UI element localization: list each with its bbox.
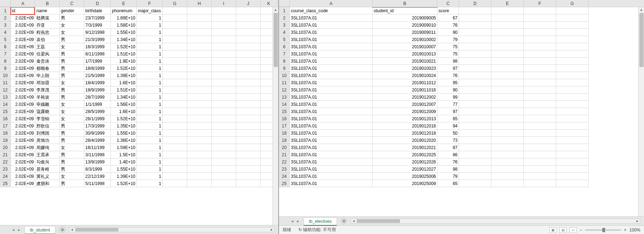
cell[interactable] xyxy=(163,101,187,108)
cell[interactable]: phonenum xyxy=(111,7,137,14)
cell[interactable]: 2.02E+09 xyxy=(11,137,35,144)
cell[interactable] xyxy=(236,43,261,50)
cell[interactable]: 宰娥颖 xyxy=(35,101,60,108)
cell[interactable]: 冀礼义 xyxy=(35,173,60,180)
column-header-D[interactable]: D xyxy=(84,0,111,7)
cell[interactable]: 程燕忠 xyxy=(35,29,60,36)
cell[interactable]: 虞朋和 xyxy=(35,180,60,187)
cell[interactable]: 2019012007 xyxy=(373,101,437,108)
right-cells[interactable]: course_class_codestudent_idscore3SL1037A… xyxy=(290,7,644,187)
cell[interactable]: 1 xyxy=(137,43,163,50)
cell[interactable]: 7/3/1999 xyxy=(84,22,111,29)
cell[interactable] xyxy=(524,50,556,58)
cell[interactable]: 2019012013 xyxy=(373,115,437,122)
cell[interactable]: 2.02E+09 xyxy=(11,22,35,29)
cell[interactable]: 男 xyxy=(60,14,84,22)
cell[interactable] xyxy=(236,79,261,86)
cell[interactable] xyxy=(491,151,524,158)
cell[interactable]: 秦贵涛 xyxy=(35,58,60,65)
cell[interactable] xyxy=(236,7,261,14)
cell[interactable] xyxy=(212,101,236,108)
cell[interactable]: gender xyxy=(60,7,84,14)
cell[interactable]: 男 xyxy=(60,180,84,187)
row-header[interactable]: 3 xyxy=(279,22,289,29)
cell[interactable]: 26/1/1999 xyxy=(84,115,111,122)
cell[interactable]: 3SL1037A.01 xyxy=(290,144,373,151)
cell[interactable] xyxy=(187,180,212,187)
cell[interactable]: 2019012018 xyxy=(373,130,437,137)
cell[interactable] xyxy=(491,79,524,86)
cell[interactable]: 9/12/1998 xyxy=(84,29,111,36)
cell[interactable]: 男 xyxy=(60,151,84,158)
row-header[interactable]: 25 xyxy=(279,180,289,187)
cell[interactable] xyxy=(524,101,556,108)
cell[interactable]: 2.02E+09 xyxy=(11,50,35,58)
cell[interactable] xyxy=(236,36,261,43)
cell[interactable] xyxy=(524,72,556,79)
cell[interactable]: 2019010013 xyxy=(373,50,437,58)
cell[interactable]: 18/8/1999 xyxy=(84,65,111,72)
cell[interactable]: 1.39E+10 xyxy=(111,72,137,79)
cell[interactable]: score xyxy=(437,7,459,14)
cell[interactable] xyxy=(556,122,589,130)
row-header[interactable]: 16 xyxy=(0,115,10,122)
cell[interactable] xyxy=(187,72,212,79)
cell[interactable] xyxy=(524,108,556,115)
cell[interactable]: 女 xyxy=(60,79,84,86)
cell[interactable]: 22/12/199 xyxy=(84,173,111,180)
cell[interactable] xyxy=(491,36,524,43)
cell[interactable] xyxy=(459,86,491,94)
cell[interactable]: 1.55E+10 xyxy=(111,29,137,36)
column-header-A[interactable]: A xyxy=(290,0,373,7)
cell[interactable] xyxy=(236,86,261,94)
cell[interactable]: 1.39E+10 xyxy=(111,173,137,180)
row-header[interactable]: 12 xyxy=(279,86,289,94)
cell[interactable]: 男 xyxy=(60,122,84,130)
hscroll-thumb[interactable] xyxy=(357,219,400,223)
cell[interactable]: 羊裕波 xyxy=(35,94,60,101)
cell[interactable] xyxy=(524,166,556,173)
cell[interactable] xyxy=(524,58,556,65)
column-header-I[interactable]: I xyxy=(212,0,236,7)
cell[interactable]: 1.59E+10 xyxy=(111,144,137,151)
cell[interactable] xyxy=(163,79,187,86)
cell[interactable]: 1.56E+10 xyxy=(111,101,137,108)
cell[interactable] xyxy=(556,151,589,158)
cell[interactable]: 1.4E+10 xyxy=(111,158,137,166)
cell[interactable] xyxy=(187,137,212,144)
cell[interactable] xyxy=(163,14,187,22)
cell[interactable] xyxy=(524,158,556,166)
cell[interactable] xyxy=(163,173,187,180)
cell[interactable]: 都顺春 xyxy=(35,65,60,72)
cell[interactable] xyxy=(212,58,236,65)
scroll-thumb[interactable] xyxy=(274,13,278,67)
column-header-K[interactable]: K xyxy=(261,0,277,7)
cell[interactable] xyxy=(212,130,236,137)
cell[interactable]: 3SL1037A.01 xyxy=(290,43,373,50)
cell[interactable]: 98 xyxy=(437,58,459,65)
cell[interactable]: 1 xyxy=(137,166,163,173)
cell[interactable]: 邢歌信 xyxy=(35,122,60,130)
cell[interactable]: name xyxy=(35,7,60,14)
cell[interactable]: 男 xyxy=(60,72,84,79)
row-header[interactable]: 19 xyxy=(279,137,289,144)
cell[interactable]: 65 xyxy=(437,115,459,122)
cell[interactable] xyxy=(524,79,556,86)
cell[interactable]: 1.34E+10 xyxy=(111,94,137,101)
cell[interactable]: 75 xyxy=(437,43,459,50)
cell[interactable] xyxy=(491,137,524,144)
cell[interactable]: 男 xyxy=(60,137,84,144)
cell[interactable] xyxy=(236,29,261,36)
cell[interactable]: 1 xyxy=(137,130,163,137)
cell[interactable] xyxy=(163,130,187,137)
cell[interactable] xyxy=(459,7,491,14)
cell[interactable] xyxy=(163,65,187,72)
column-header-E[interactable]: E xyxy=(491,0,524,7)
cell[interactable] xyxy=(187,158,212,166)
cell[interactable] xyxy=(212,115,236,122)
cell[interactable] xyxy=(163,94,187,101)
cell[interactable]: 2.02E+09 xyxy=(11,180,35,187)
cell[interactable] xyxy=(163,86,187,94)
cell[interactable] xyxy=(524,173,556,180)
cell[interactable]: 居青榕 xyxy=(35,166,60,173)
